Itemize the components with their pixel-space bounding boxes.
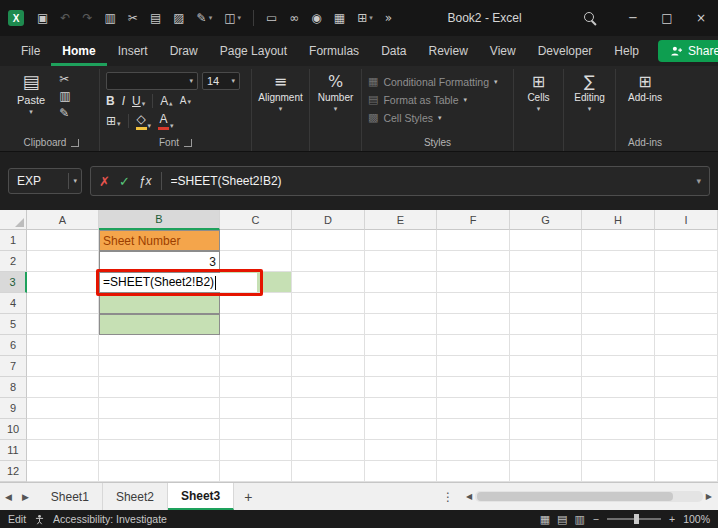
cell-a10[interactable]	[27, 419, 99, 440]
cell-d8[interactable]	[292, 377, 365, 398]
select-all-corner[interactable]	[0, 210, 27, 230]
cell-e8[interactable]	[365, 377, 437, 398]
overflow-icon[interactable]: »	[380, 9, 397, 27]
save-icon[interactable]: ▣	[32, 9, 53, 27]
cell-c9[interactable]	[220, 398, 292, 419]
cell-h10[interactable]	[582, 419, 655, 440]
cell-c10[interactable]	[220, 419, 292, 440]
sheet-nav-right-icon[interactable]: ▶	[17, 483, 34, 510]
font-color-button[interactable]: A ▾	[158, 112, 174, 130]
cell-styles-button[interactable]: ▩Cell Styles▾	[368, 110, 498, 125]
row-header-10[interactable]: 10	[0, 419, 27, 440]
page-layout-icon[interactable]: ▤	[557, 513, 567, 526]
cell-a6[interactable]	[27, 335, 99, 356]
cell-i5[interactable]	[655, 314, 718, 335]
cell-a11[interactable]	[27, 440, 99, 461]
column-header-g[interactable]: G	[510, 210, 582, 230]
cell-g2[interactable]	[510, 251, 582, 272]
tab-data[interactable]: Data	[370, 36, 417, 66]
cell-f9[interactable]	[437, 398, 510, 419]
redo-icon[interactable]: ↷	[77, 9, 97, 27]
cell-b1[interactable]: Sheet Number	[99, 230, 220, 251]
cell-d11[interactable]	[292, 440, 365, 461]
sheet-options-icon[interactable]: ⋮	[436, 483, 460, 510]
cell-d2[interactable]	[292, 251, 365, 272]
scrollbar-track[interactable]	[475, 491, 703, 502]
cell-a1[interactable]	[27, 230, 99, 251]
format-as-table-button[interactable]: ▤Format as Table▾	[368, 92, 498, 107]
cell-g7[interactable]	[510, 356, 582, 377]
name-box[interactable]: EXP ▾	[8, 168, 82, 194]
close-button[interactable]: ×	[684, 0, 718, 36]
cell-h8[interactable]	[582, 377, 655, 398]
scrollbar-thumb[interactable]	[477, 492, 673, 501]
cell-e12[interactable]	[365, 461, 437, 482]
cancel-entry-button[interactable]: ✗	[99, 174, 110, 189]
cell-h7[interactable]	[582, 356, 655, 377]
cell-i1[interactable]	[655, 230, 718, 251]
cell-e4[interactable]	[365, 293, 437, 314]
cell-h5[interactable]	[582, 314, 655, 335]
tab-home[interactable]: Home	[51, 36, 106, 66]
cell-i12[interactable]	[655, 461, 718, 482]
row-header-6[interactable]: 6	[0, 335, 27, 356]
cell-e5[interactable]	[365, 314, 437, 335]
cells-button[interactable]: ⊞ Cells ▾	[521, 69, 555, 113]
horizontal-scrollbar[interactable]: ◀ ▶	[460, 483, 718, 510]
column-header-i[interactable]: I	[655, 210, 718, 230]
cell-a8[interactable]	[27, 377, 99, 398]
row-header-2[interactable]: 2	[0, 251, 27, 272]
copy-icon[interactable]: ▥	[99, 9, 120, 27]
accessibility-status[interactable]: Accessibility: Investigate	[53, 513, 167, 525]
cell-b11[interactable]	[99, 440, 220, 461]
format-painter-button[interactable]: ✎	[59, 107, 70, 120]
cell-h1[interactable]	[582, 230, 655, 251]
cell-b10[interactable]	[99, 419, 220, 440]
cell-i9[interactable]	[655, 398, 718, 419]
tab-view[interactable]: View	[479, 36, 527, 66]
cell-a7[interactable]	[27, 356, 99, 377]
cell-c12[interactable]	[220, 461, 292, 482]
tab-file[interactable]: File	[10, 36, 51, 66]
cell-e11[interactable]	[365, 440, 437, 461]
fill-color-button[interactable]: ◇ ▾	[136, 112, 152, 130]
cell-a5[interactable]	[27, 314, 99, 335]
maximize-button[interactable]: □	[650, 0, 684, 36]
font-name-select[interactable]: ▾	[106, 72, 198, 90]
cell-g12[interactable]	[510, 461, 582, 482]
cell-i8[interactable]	[655, 377, 718, 398]
cell-h6[interactable]	[582, 335, 655, 356]
sheet-tab-sheet2[interactable]: Sheet2	[103, 483, 168, 510]
tab-draw[interactable]: Draw	[159, 36, 209, 66]
cell-h4[interactable]	[582, 293, 655, 314]
cell-c7[interactable]	[220, 356, 292, 377]
cell-f6[interactable]	[437, 335, 510, 356]
cell-c5[interactable]	[220, 314, 292, 335]
cell-h9[interactable]	[582, 398, 655, 419]
cut-button[interactable]: ✂	[59, 73, 70, 86]
table-icon[interactable]: ▦	[329, 9, 350, 27]
cell-g1[interactable]	[510, 230, 582, 251]
picture-icon[interactable]: ▨	[168, 9, 189, 27]
cell-i2[interactable]	[655, 251, 718, 272]
cell-c4[interactable]	[220, 293, 292, 314]
cell-d12[interactable]	[292, 461, 365, 482]
zoom-in-button[interactable]: +	[669, 513, 675, 525]
cell-h11[interactable]	[582, 440, 655, 461]
row-header-12[interactable]: 12	[0, 461, 27, 482]
cell-g5[interactable]	[510, 314, 582, 335]
scroll-right-icon[interactable]: ▶	[706, 492, 712, 501]
cell-e2[interactable]	[365, 251, 437, 272]
zoom-slider[interactable]	[607, 518, 661, 520]
cell-f10[interactable]	[437, 419, 510, 440]
format-painter-icon[interactable]: ✎▾	[192, 9, 218, 27]
cell-c8[interactable]	[220, 377, 292, 398]
cell-d6[interactable]	[292, 335, 365, 356]
cell-b7[interactable]	[99, 356, 220, 377]
column-header-e[interactable]: E	[365, 210, 437, 230]
cell-d10[interactable]	[292, 419, 365, 440]
alignment-button[interactable]: ≡ Alignment ▾	[252, 69, 308, 113]
cell-g6[interactable]	[510, 335, 582, 356]
zoom-level[interactable]: 100%	[683, 513, 710, 525]
cell-c6[interactable]	[220, 335, 292, 356]
